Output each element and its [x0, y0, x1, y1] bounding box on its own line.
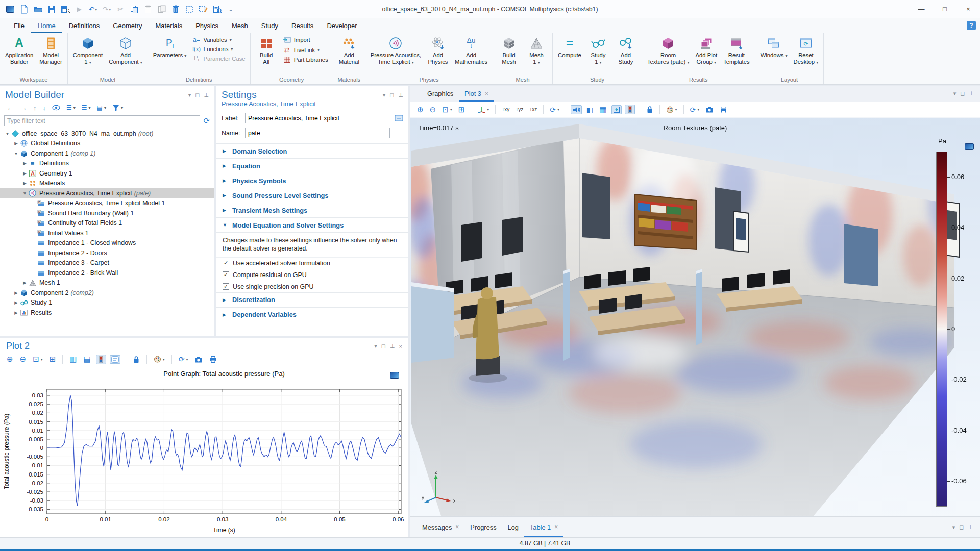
collapse-button[interactable]: ▤▾	[95, 103, 108, 112]
tree-item[interactable]: DSound Hard Boundary (Wall) 1	[0, 208, 214, 218]
tree-caret[interactable]: ▶	[21, 181, 28, 186]
lock-button[interactable]	[131, 355, 141, 364]
info-tab-table-1[interactable]: Table 1×	[524, 517, 564, 537]
tree-item[interactable]: DPressure Acoustics, Time Explicit Model…	[0, 198, 214, 209]
run-button[interactable]: ▶	[74, 4, 84, 15]
float-panel-icon[interactable]: ◻	[381, 343, 386, 349]
new-file-button[interactable]	[19, 4, 29, 15]
menu-physics[interactable]: Physics	[189, 18, 225, 33]
zoom-box-button[interactable]: ⊡▾	[31, 354, 44, 365]
mesh-1-button[interactable]: Mesh 1 ▾	[523, 34, 550, 66]
color-bar-button[interactable]	[625, 105, 635, 114]
close-button[interactable]: ×	[957, 0, 980, 17]
triad-button[interactable]: ▾	[476, 105, 491, 114]
view-xz-button[interactable]: ↑xz	[528, 106, 538, 113]
name-field-input[interactable]	[245, 128, 390, 138]
grid-x-button[interactable]: ▥	[68, 354, 78, 365]
tree-item[interactable]: ▶Component 2(comp2)	[0, 288, 214, 298]
section-equation[interactable]: ▶Equation	[216, 158, 408, 173]
maximize-button[interactable]: □	[933, 0, 957, 17]
tree-caret[interactable]: ▶	[21, 280, 28, 285]
tree-caret[interactable]: ▼	[13, 151, 19, 156]
rotate-button[interactable]: ⟳▾	[548, 105, 561, 115]
qat-expand-button[interactable]: ⌄	[226, 4, 236, 15]
import-button[interactable]: Import	[281, 36, 330, 44]
camera-button[interactable]	[193, 355, 204, 364]
minimize-button[interactable]: —	[910, 0, 933, 17]
info-tab-log[interactable]: Log	[502, 517, 524, 537]
panel-menu-icon[interactable]: ▾	[953, 90, 957, 97]
section-transient-mesh-settings[interactable]: ▶Transient Mesh Settings	[216, 203, 408, 217]
result-templates-button[interactable]: Result Templates	[721, 34, 752, 66]
add-physics-button[interactable]: Add Physics	[425, 34, 451, 66]
panel-menu-icon[interactable]: ▾	[952, 524, 955, 531]
windows-button[interactable]: Windows ▾	[758, 34, 790, 59]
checkbox-icon[interactable]: ✓	[223, 260, 229, 266]
tree-caret[interactable]: ▶	[13, 141, 19, 146]
tree-caret[interactable]: ▶	[13, 290, 19, 295]
print-button[interactable]	[718, 105, 729, 114]
palette-button[interactable]: ▾	[665, 105, 679, 114]
float-panel-icon[interactable]: ◻	[195, 92, 200, 98]
point-graph-viewport[interactable]: Point Graph: Total acoustic pressure (Pa…	[0, 366, 408, 537]
legend-button[interactable]	[110, 355, 120, 364]
zoom-out-button[interactable]: ⊖	[18, 354, 28, 365]
zoom-in-button[interactable]: ⊕	[415, 104, 425, 115]
section-discretization[interactable]: ▶Discretization	[216, 292, 408, 307]
menu-home[interactable]: Home	[31, 18, 62, 33]
label-field-input[interactable]	[245, 113, 390, 123]
tree-item[interactable]: ▼Component 1(comp 1)	[0, 148, 214, 159]
add-plot-group-button[interactable]: Add Plot Group ▾	[693, 34, 720, 66]
tree-caret[interactable]: ▼	[21, 191, 28, 196]
compute-button[interactable]: =Compute	[555, 34, 584, 59]
redo-button[interactable]: ↷▾	[102, 4, 112, 15]
tree-caret[interactable]: ▼	[4, 131, 11, 136]
arrow-down-button[interactable]: ↓	[41, 103, 48, 113]
tree-caret[interactable]: ▶	[21, 171, 28, 176]
tree-filter-input[interactable]	[4, 115, 200, 126]
tree-item[interactable]: ▶Study 1	[0, 298, 214, 308]
arrow-right-button[interactable]: →	[18, 103, 29, 113]
camera-button[interactable]	[704, 105, 715, 114]
zoom-in-button[interactable]: ⊕	[5, 354, 15, 365]
view-yz-button[interactable]: ↑yz	[514, 106, 525, 113]
lock-button[interactable]	[645, 105, 655, 114]
tree-item[interactable]: ▶≡Definitions	[0, 159, 214, 169]
checkbox-icon[interactable]: ✓	[223, 271, 229, 278]
section-dependent-variables[interactable]: ▶Dependent Variables	[216, 307, 408, 322]
info-tab-progress[interactable]: Progress	[464, 517, 502, 537]
list-up-button[interactable]: ☰▾	[65, 103, 77, 112]
tree-item[interactable]: DInitial Values 1	[0, 228, 214, 238]
close-tab-icon[interactable]: ×	[554, 523, 558, 531]
application-builder-button[interactable]: AApplication Builder	[3, 34, 36, 66]
checkbox-compute-residual-on-gpu[interactable]: ✓Compute residual on GPU	[216, 269, 408, 281]
pin-panel-icon[interactable]: ⊥	[398, 92, 403, 98]
zoom-extents-button[interactable]: ⊞	[457, 104, 467, 115]
float-panel-icon[interactable]: ◻	[389, 92, 394, 98]
scene-light-button[interactable]	[611, 105, 622, 114]
tree-item[interactable]: ▶Results	[0, 308, 214, 318]
panel-menu-icon[interactable]: ▾	[188, 92, 191, 98]
add-study-button[interactable]: Add Study	[612, 34, 639, 66]
tree-item[interactable]: ▶Mesh 1	[0, 278, 214, 288]
add-material-button[interactable]: Add Material	[336, 34, 362, 66]
section-physics-symbols[interactable]: ▶Physics Symbols	[216, 173, 408, 188]
zoom-out-button[interactable]: ⊖	[428, 104, 438, 115]
close-tab-icon[interactable]: ×	[485, 90, 488, 97]
pin-panel-icon[interactable]: ⊥	[390, 343, 395, 349]
open-file-button[interactable]	[33, 4, 43, 15]
graphics-tab-plot-3[interactable]: Plot 3×	[459, 86, 494, 102]
add-component-button[interactable]: Add Component ▾	[106, 34, 145, 66]
pin-panel-icon[interactable]: ⊥	[968, 524, 973, 531]
cut-button[interactable]: ✂	[115, 4, 126, 15]
print-button[interactable]	[208, 355, 218, 364]
pin-panel-icon[interactable]: ⊥	[969, 90, 974, 97]
section-domain-selection[interactable]: ▶Domain Selection	[216, 143, 408, 158]
checkbox-use-single-precision-on-gpu[interactable]: ✓Use single precision on GPU	[216, 281, 408, 292]
tree-item[interactable]: Impedance 2 - Brick Wall	[0, 268, 214, 278]
list-down-button[interactable]: ☰▾	[80, 103, 92, 112]
arrow-up-button[interactable]: ↑	[32, 103, 38, 113]
menu-developer[interactable]: Developer	[320, 18, 363, 33]
close-tab-icon[interactable]: ×	[455, 523, 459, 531]
menu-definitions[interactable]: Definitions	[62, 18, 107, 33]
